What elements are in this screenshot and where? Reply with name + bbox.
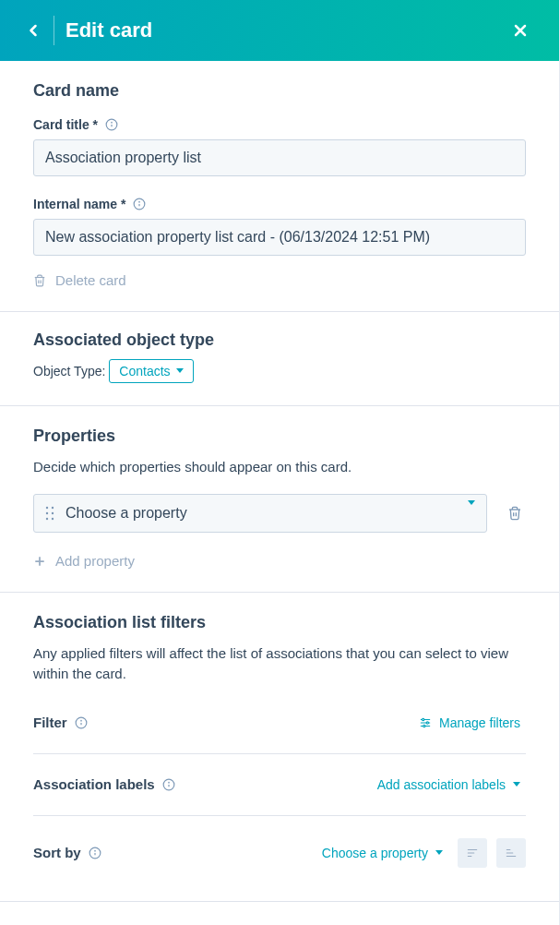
property-select-text: Choose a property [66, 505, 457, 522]
info-icon[interactable] [105, 118, 118, 131]
chevron-down-icon [468, 505, 475, 522]
internal-name-field: Internal name * [33, 197, 526, 256]
manage-filters-label: Manage filters [439, 715, 520, 730]
svg-point-7 [139, 201, 140, 202]
svg-point-9 [52, 507, 54, 509]
svg-point-11 [52, 512, 54, 514]
delete-card-button[interactable]: Delete card [33, 272, 126, 288]
chevron-down-icon [513, 782, 520, 787]
panel-title: Edit card [66, 18, 504, 42]
svg-point-30 [94, 850, 95, 851]
sort-asc-button[interactable] [496, 838, 526, 868]
info-icon[interactable] [133, 198, 146, 210]
sort-desc-icon [466, 847, 479, 859]
svg-point-13 [52, 518, 54, 520]
plus-icon [33, 555, 46, 568]
chevron-left-icon [24, 21, 42, 40]
drag-handle-icon[interactable] [45, 506, 54, 521]
association-labels-label: Association labels [33, 776, 155, 792]
object-type-select[interactable]: Contacts [109, 359, 193, 383]
svg-point-4 [112, 122, 113, 123]
svg-point-23 [426, 721, 428, 723]
svg-point-10 [46, 512, 48, 514]
svg-point-24 [423, 725, 425, 727]
chevron-down-icon [435, 850, 443, 855]
association-labels-row: Association labels Add association label… [33, 753, 526, 806]
card-title-input[interactable] [33, 139, 526, 176]
card-name-heading: Card name [33, 81, 526, 101]
header-divider [54, 16, 54, 45]
sort-by-label: Sort by [33, 845, 81, 860]
filters-section: Association list filters Any applied fil… [0, 593, 559, 902]
object-type-section: Associated object type Object Type: Cont… [0, 312, 559, 406]
chevron-down-icon [176, 368, 184, 373]
properties-section: Properties Decide which properties shoul… [0, 406, 559, 593]
card-name-section: Card name Card title * Internal name * D… [0, 61, 559, 312]
object-type-value: Contacts [119, 364, 170, 378]
close-button[interactable] [504, 14, 537, 47]
svg-point-8 [46, 507, 48, 509]
sort-row: Sort by Choose a property [33, 815, 526, 881]
card-title-field: Card title * [33, 117, 526, 176]
sort-asc-icon [505, 847, 518, 859]
sort-property-value: Choose a property [322, 846, 428, 860]
sliders-icon [419, 716, 432, 729]
filter-row: Filter Manage filters [33, 702, 526, 744]
internal-name-input[interactable] [33, 219, 526, 256]
svg-point-22 [423, 718, 424, 720]
add-property-button[interactable]: Add property [33, 553, 135, 569]
info-icon[interactable] [75, 716, 88, 729]
sort-property-select[interactable]: Choose a property [316, 845, 448, 861]
internal-name-label: Internal name * [33, 197, 125, 211]
filter-label: Filter [33, 715, 67, 730]
info-icon[interactable] [162, 778, 175, 791]
manage-filters-button[interactable]: Manage filters [413, 715, 526, 731]
sort-desc-button[interactable] [458, 838, 487, 868]
filters-heading: Association list filters [33, 613, 526, 632]
filters-desc: Any applied filters will affect the list… [33, 643, 526, 685]
property-select[interactable]: Choose a property [33, 494, 487, 533]
add-association-labels-label: Add association labels [377, 777, 506, 792]
close-icon [511, 21, 530, 40]
panel-header: Edit card [0, 0, 559, 61]
object-type-label: Object Type: [33, 364, 105, 378]
add-property-label: Add property [55, 553, 135, 569]
info-icon[interactable] [89, 847, 101, 859]
object-type-heading: Associated object type [33, 330, 526, 350]
properties-desc: Decide which properties should appear on… [33, 457, 526, 478]
svg-point-18 [80, 720, 81, 721]
delete-property-button[interactable] [504, 502, 526, 524]
svg-point-27 [168, 782, 169, 783]
svg-point-12 [46, 518, 48, 520]
add-association-labels-button[interactable]: Add association labels [372, 776, 526, 793]
property-row: Choose a property [33, 494, 526, 533]
delete-card-label: Delete card [55, 272, 126, 288]
trash-icon [33, 274, 46, 287]
card-title-label: Card title * [33, 117, 98, 132]
trash-icon [507, 506, 522, 521]
back-button[interactable] [17, 14, 50, 47]
properties-heading: Properties [33, 426, 526, 446]
